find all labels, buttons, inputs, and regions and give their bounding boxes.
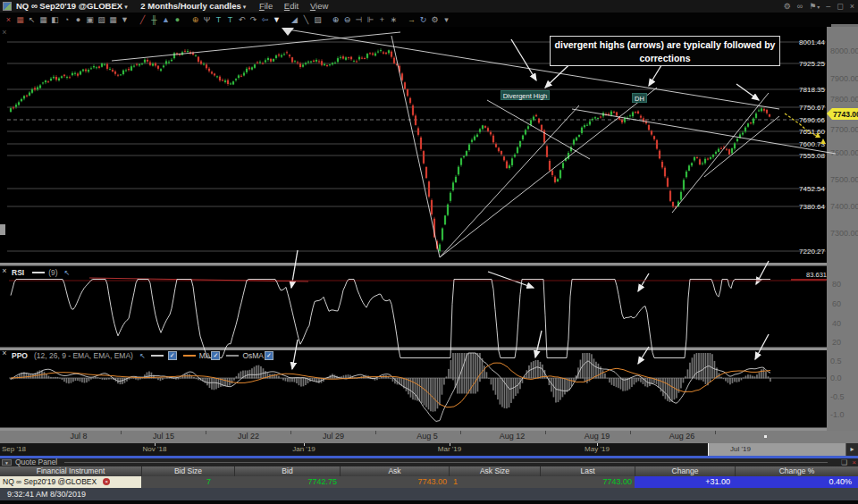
link-icon[interactable]: ∞ — [797, 0, 803, 13]
pie-tool-icon[interactable]: ◔ — [61, 13, 72, 27]
svg-text:7300.00: 7300.00 — [830, 229, 858, 238]
qp-column-header-financial-instrument[interactable]: Financial Instrument — [0, 466, 141, 476]
pointer-icon[interactable]: ↖ — [64, 269, 71, 277]
qp-instrument-cell[interactable]: NQ ∞ Sep20'19 @GLOBEX× — [0, 476, 141, 488]
dot-tool-icon[interactable]: ● — [172, 13, 183, 27]
chart-type-dropdown-icon[interactable]: ▼ — [119, 13, 130, 27]
close-icon[interactable]: × — [850, 0, 854, 13]
axis-tick — [460, 431, 461, 434]
text-tool-icon[interactable]: T — [213, 13, 224, 27]
tools-caret-icon[interactable]: ▾ — [441, 13, 452, 27]
quote-panel-collapse-button[interactable]: ▼ — [2, 459, 12, 466]
chart-annotation-textbox[interactable]: divergent highs (arrows) are typically f… — [550, 36, 780, 66]
qp-ask: 7743.00 — [340, 476, 449, 488]
qp-column-header-change[interactable]: Change — [635, 466, 735, 476]
candle-tool-icon[interactable]: ╫ — [148, 13, 160, 27]
date-axis-label: Aug 19 — [585, 432, 610, 441]
timeline-navigator[interactable]: Jul '19 ▸ Sep '18Nov '18Jan '19Mar '19Ma… — [0, 443, 858, 456]
expand-right-icon[interactable]: ⊩ — [365, 13, 376, 27]
arrow-shape-icon[interactable]: ⇦ — [259, 13, 271, 27]
delete-drawing-icon[interactable]: × — [3, 13, 14, 27]
window-edge — [0, 500, 858, 504]
qp-column-header-bid[interactable]: Bid — [234, 466, 340, 476]
qp-column-header-change-[interactable]: Change % — [735, 466, 858, 476]
tools-icon[interactable]: ⚙ — [429, 13, 441, 27]
chart-canvas[interactable]: 8001.447925.257818.357750.677696.667651.… — [0, 27, 858, 431]
panel-layout-icon[interactable]: ◧ — [49, 13, 61, 27]
menu-view[interactable]: View — [310, 0, 328, 13]
grid-layout-icon[interactable]: ▦ — [107, 13, 119, 27]
pointer-next-icon[interactable]: → — [406, 13, 417, 27]
ellipse-tool-icon[interactable]: ● — [72, 13, 84, 27]
left-scroll-handle[interactable] — [0, 224, 5, 235]
svg-text:7220.27: 7220.27 — [799, 248, 825, 256]
pointer-icon[interactable]: ↖ — [139, 352, 146, 360]
grid-red-icon[interactable]: ▦ — [14, 13, 26, 27]
qp-column-header-bid-size[interactable]: Bid Size — [141, 466, 234, 476]
quote-panel-title: Quote Panel — [15, 458, 57, 466]
symbol-selector[interactable]: NQ ∞ Sep20'19 @GLOBEX▾ — [16, 1, 128, 11]
ppo-ma-checkbox[interactable]: ✓ — [211, 351, 220, 360]
ppo-osma-checkbox[interactable]: ✓ — [265, 351, 273, 360]
date-axis-label: Aug 12 — [500, 432, 526, 441]
trendline-tool-icon[interactable]: ╱ — [137, 13, 148, 27]
navigator-right-arrow-button[interactable]: ▸ — [845, 443, 858, 456]
crosshair-icon[interactable]: ∗ — [388, 13, 400, 27]
shade-tool-icon[interactable]: ▨ — [312, 13, 324, 27]
marker-dropdown-icon[interactable]: ▼ — [271, 13, 282, 27]
ppo-osma-label: OsMA — [242, 351, 264, 360]
menu-file[interactable]: File — [259, 0, 273, 13]
navigator-range-divider[interactable] — [708, 443, 709, 456]
svg-text:40: 40 — [832, 319, 841, 328]
grid-icon[interactable]: ▦ — [38, 13, 49, 27]
period-selector[interactable]: 2 Months/Hourly candles▾ — [140, 1, 246, 11]
restore-icon[interactable]: ◻ — [837, 0, 843, 13]
navigator-tick — [155, 443, 156, 446]
triangle-tool-icon[interactable]: ▲ — [160, 13, 172, 27]
target-tool-icon[interactable]: ⊕ — [189, 13, 201, 27]
refresh-icon[interactable]: ↻ — [417, 13, 429, 27]
undo-icon[interactable]: ↶ — [236, 13, 248, 27]
svg-text:7700.00: 7700.00 — [830, 125, 858, 134]
pointer-tool-icon[interactable]: ↖ — [26, 13, 38, 27]
zoom-in-icon[interactable]: ⊕ — [330, 13, 341, 27]
pin-caret-icon[interactable]: ▾ — [817, 1, 820, 13]
ppo-title: PPO — [12, 351, 28, 360]
qp-column-header-ask[interactable]: Ask — [340, 466, 449, 476]
divergent-high-label[interactable]: Divergent High — [500, 90, 550, 100]
main-panel-close-button[interactable]: × — [1, 29, 8, 37]
figure-tool-icon[interactable]: Ψ — [201, 13, 213, 27]
redo-icon[interactable]: ↷ — [248, 13, 259, 27]
ppo-param: (12, 26, 9 - EMA, EMA, EMA) — [34, 351, 133, 360]
navigator-selected-range[interactable]: Jul '19 — [709, 443, 845, 456]
dh-label[interactable]: DH — [632, 93, 647, 103]
svg-text:7600.73: 7600.73 — [799, 140, 825, 148]
status-datetime: 9:32:41 AM 8/30/2019 — [7, 490, 86, 499]
pan-icon[interactable]: + — [376, 13, 388, 27]
zoom-out-icon[interactable]: ⊖ — [341, 13, 353, 27]
qp-column-header-ask-size[interactable]: Ask Size — [449, 466, 540, 476]
ppo-close-button[interactable]: × — [1, 349, 8, 357]
remove-instrument-icon[interactable]: × — [103, 478, 110, 485]
quote-panel-settings-icon[interactable]: ❏ — [841, 458, 847, 466]
settings-gear-icon[interactable]: ⚙ — [784, 0, 791, 13]
corner-tool-icon[interactable]: ◢ — [289, 13, 300, 27]
chart-style-icon[interactable]: ▣ — [84, 13, 96, 27]
svg-text:0.5: 0.5 — [830, 357, 842, 365]
svg-text:7400.00: 7400.00 — [830, 202, 858, 211]
note-tool-icon[interactable]: T — [224, 13, 236, 27]
axis-tick — [206, 431, 206, 434]
menu-edit[interactable]: Edit — [284, 0, 299, 13]
quote-panel-close-icon[interactable]: × — [852, 458, 856, 466]
date-axis-label: Jul 15 — [153, 432, 174, 441]
ppo-ma-line-sample-icon — [183, 355, 196, 357]
expand-left-icon[interactable]: ⊣ — [353, 13, 365, 27]
ppo-checkbox[interactable]: ✓ — [168, 351, 177, 360]
minimize-icon[interactable]: – — [826, 0, 830, 13]
qp-column-header-last[interactable]: Last — [540, 466, 635, 476]
line-tool-icon[interactable]: ╲ — [300, 13, 312, 27]
rsi-close-button[interactable]: × — [1, 267, 8, 275]
ppo-osma-line-sample-icon — [226, 355, 239, 357]
pattern-icon[interactable]: ▨ — [96, 13, 107, 27]
pin-icon[interactable]: ⚑ — [809, 0, 816, 13]
